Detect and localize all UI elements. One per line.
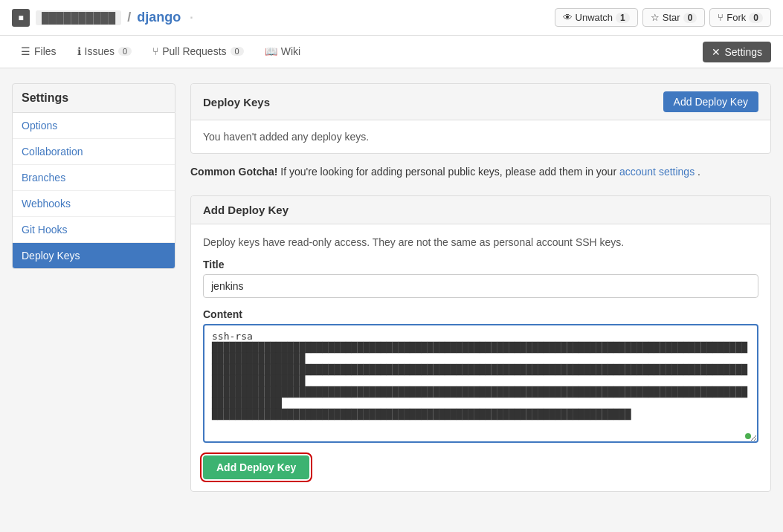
fork-button[interactable]: ⑂ Fork 0 [709, 8, 771, 27]
content-textarea-wrapper: ssh-rsa ████████████████████████████████… [203, 324, 758, 445]
wiki-label: Wiki [281, 45, 300, 57]
unwatch-button[interactable]: 👁 Unwatch 1 [555, 8, 638, 27]
pull-requests-badge: 0 [231, 47, 244, 56]
sidebar-item-deploy-keys[interactable]: Deploy Keys [13, 243, 175, 268]
navbar-actions: 👁 Unwatch 1 ☆ Star 0 ⑂ Fork 0 [555, 8, 771, 27]
gotcha-label: Common Gotcha! [190, 166, 277, 178]
main-layout: Settings Options Collaboration Branches … [0, 68, 783, 507]
subnav-item-issues[interactable]: ℹ Issues 0 [68, 39, 141, 65]
pull-requests-icon: ⑂ [152, 45, 158, 57]
unwatch-count: 1 [616, 13, 630, 23]
issues-icon: ℹ [77, 45, 81, 57]
issues-badge: 0 [118, 47, 132, 56]
submit-deploy-key-button[interactable]: Add Deploy Key [203, 455, 309, 479]
gotcha-end: . [697, 166, 700, 178]
gotcha-text: If you're looking for adding personal pu… [280, 166, 619, 178]
add-deploy-key-top-button[interactable]: Add Deploy Key [663, 91, 758, 112]
star-button[interactable]: ☆ Star 0 [642, 8, 706, 27]
form-info-text: Deploy keys have read-only access. They … [203, 236, 758, 248]
no-keys-message: You haven't added any deploy keys. [203, 131, 369, 143]
form-section-header: Add Deploy Key [191, 196, 770, 224]
settings-label: Settings [724, 46, 762, 58]
repo-name-link[interactable]: django [137, 10, 181, 25]
brand: ■ ██████████ / django · [12, 9, 193, 27]
pull-requests-label: Pull Requests [162, 45, 226, 57]
fork-count: 0 [749, 13, 763, 23]
content-group: Content ssh-rsa ████████████████████████… [203, 308, 758, 445]
deploy-keys-section: Deploy Keys Add Deploy Key You haven't a… [190, 83, 771, 154]
files-icon: ☰ [21, 45, 30, 57]
sidebar-menu: Options Collaboration Branches Webhooks … [12, 113, 175, 269]
settings-button[interactable]: ✕ Settings [703, 42, 771, 62]
form-section-body: Deploy keys have read-only access. They … [191, 224, 770, 491]
deploy-keys-title: Deploy Keys [203, 96, 270, 108]
add-deploy-key-form-section: Add Deploy Key Deploy keys have read-onl… [190, 195, 771, 492]
sidebar-heading: Settings [12, 83, 175, 113]
subnav: ☰ Files ℹ Issues 0 ⑂ Pull Requests 0 📖 W… [0, 36, 783, 68]
subnav-item-pull-requests[interactable]: ⑂ Pull Requests 0 [144, 39, 253, 65]
subnav-item-wiki[interactable]: 📖 Wiki [256, 39, 309, 65]
repo-icon: ■ [12, 9, 30, 27]
sidebar-item-options[interactable]: Options [13, 113, 175, 139]
star-label: Star [663, 12, 680, 23]
owner-label: ██████████ [36, 10, 121, 25]
wiki-icon: 📖 [265, 45, 277, 57]
sidebar-item-git-hooks[interactable]: Git Hooks [13, 217, 175, 243]
unwatch-icon: 👁 [563, 12, 573, 23]
deploy-keys-body: You haven't added any deploy keys. [191, 120, 770, 153]
star-icon: ☆ [651, 12, 660, 23]
unwatch-label: Unwatch [576, 12, 613, 23]
title-input[interactable] [203, 274, 758, 298]
content-textarea[interactable]: ssh-rsa ████████████████████████████████… [203, 324, 758, 443]
title-label: Title [203, 259, 758, 270]
form-section-title: Add Deploy Key [203, 204, 289, 216]
sidebar-item-branches[interactable]: Branches [13, 165, 175, 191]
title-group: Title [203, 259, 758, 298]
fork-icon: ⑂ [718, 12, 724, 23]
sidebar-item-webhooks[interactable]: Webhooks [13, 191, 175, 217]
navbar-dot: · [190, 11, 193, 25]
subnav-item-files[interactable]: ☰ Files [12, 39, 65, 65]
fork-label: Fork [726, 12, 746, 23]
account-settings-link[interactable]: account settings [619, 166, 695, 178]
sidebar: Settings Options Collaboration Branches … [12, 83, 175, 492]
content: Deploy Keys Add Deploy Key You haven't a… [190, 83, 771, 492]
files-label: Files [34, 45, 57, 57]
deploy-keys-section-header: Deploy Keys Add Deploy Key [191, 84, 770, 120]
sidebar-item-collaboration[interactable]: Collaboration [13, 139, 175, 165]
separator: / [127, 10, 131, 25]
content-label: Content [203, 308, 758, 320]
gotcha-message: Common Gotcha! If you're looking for add… [190, 166, 771, 186]
star-count: 0 [683, 13, 697, 23]
navbar: ■ ██████████ / django · 👁 Unwatch 1 ☆ St… [0, 0, 783, 36]
settings-icon: ✕ [712, 46, 721, 58]
issues-label: Issues [85, 45, 115, 57]
